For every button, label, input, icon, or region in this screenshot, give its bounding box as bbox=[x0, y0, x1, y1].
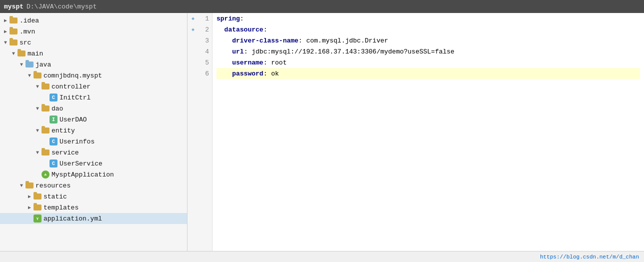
main-content: .idea.mvnsrcmainjavacomnjbdnq.mysptcontr… bbox=[0, 13, 644, 251]
tree-label-main: main bbox=[28, 50, 187, 58]
tree-item-templates[interactable]: templates bbox=[0, 202, 187, 213]
line-num-6: 6 bbox=[188, 68, 212, 79]
tree-label-Userinfos: Userinfos bbox=[60, 138, 187, 146]
tree-item-Userinfos[interactable]: CUserinfos bbox=[0, 136, 187, 147]
tree-item-static[interactable]: static bbox=[0, 191, 187, 202]
folder-icon-resources bbox=[26, 182, 34, 188]
line-num-4: 4 bbox=[188, 46, 212, 57]
tree-item-controller[interactable]: controller bbox=[0, 81, 187, 92]
class-i-icon-UserDAO: I bbox=[50, 116, 58, 124]
tree-item-comnjbdnq[interactable]: comnjbdnq.myspt bbox=[0, 70, 187, 81]
code-content: ◆1◆23456 spring: datasource: driver-clas… bbox=[188, 13, 644, 251]
tree-label-controller: controller bbox=[52, 83, 187, 90]
file-tree[interactable]: .idea.mvnsrcmainjavacomnjbdnq.mysptcontr… bbox=[0, 13, 188, 251]
code-lines: spring: datasource: driver-class-name: c… bbox=[212, 13, 644, 251]
fold-marker-2[interactable]: ◆ bbox=[190, 26, 196, 33]
status-bar: https://blog.csdn.net/m/d_chan bbox=[0, 251, 644, 262]
tree-item-idea[interactable]: .idea bbox=[0, 15, 187, 26]
tree-item-MysptApplication[interactable]: ☘MysptApplication bbox=[0, 169, 187, 180]
line-num-2: ◆2 bbox=[188, 24, 212, 35]
folder-icon-service bbox=[42, 150, 50, 156]
fold-marker-1[interactable]: ◆ bbox=[190, 15, 196, 22]
class-c-icon-Userinfos: C bbox=[50, 138, 58, 146]
project-path: D:\JAVA\code\myspt bbox=[26, 3, 96, 10]
tree-item-resources[interactable]: resources bbox=[0, 180, 187, 191]
folder-icon-comnjbdnq bbox=[34, 72, 42, 78]
tree-label-entity: entity bbox=[52, 127, 187, 134]
tree-arrow-comnjbdnq bbox=[26, 73, 33, 78]
tree-arrow-idea bbox=[2, 18, 9, 24]
class-c-icon-UserService: C bbox=[50, 160, 58, 168]
tree-item-entity[interactable]: entity bbox=[0, 125, 187, 136]
folder-icon-entity bbox=[42, 128, 50, 134]
line-num-3: 3 bbox=[188, 35, 212, 46]
tree-item-main[interactable]: main bbox=[0, 48, 187, 59]
spring-icon-MysptApplication: ☘ bbox=[42, 170, 50, 178]
tree-item-application-yml[interactable]: Yapplication.yml bbox=[0, 213, 187, 224]
tree-label-InitCtrl: InitCtrl bbox=[60, 94, 187, 102]
line-numbers: ◆1◆23456 bbox=[188, 13, 212, 251]
tree-label-templates: templates bbox=[44, 204, 187, 212]
tree-arrow-dao bbox=[34, 106, 41, 112]
code-line-3: driver-class-name: com.mysql.jdbc.Driver bbox=[216, 35, 640, 46]
code-line-2: datasource: bbox=[216, 24, 640, 35]
tree-item-dao[interactable]: dao bbox=[0, 103, 187, 114]
tree-arrow-entity bbox=[34, 128, 41, 134]
tree-arrow-mvn bbox=[2, 28, 9, 34]
tree-item-InitCtrl[interactable]: CInitCtrl bbox=[0, 92, 187, 103]
tree-label-java: java bbox=[36, 61, 187, 68]
folder-icon-controller bbox=[42, 84, 50, 90]
tree-label-idea: .idea bbox=[20, 17, 187, 24]
folder-icon-main bbox=[18, 50, 26, 56]
tree-arrow-src bbox=[2, 40, 9, 46]
code-line-1: spring: bbox=[216, 13, 640, 24]
project-name: myspt bbox=[4, 3, 24, 10]
tree-label-service: service bbox=[52, 149, 187, 156]
tree-label-comnjbdnq: comnjbdnq.myspt bbox=[44, 72, 187, 80]
tree-item-mvn[interactable]: .mvn bbox=[0, 26, 187, 37]
yaml-icon-application-yml: Y bbox=[34, 214, 42, 222]
folder-blue-icon-java bbox=[26, 62, 34, 68]
tree-item-service[interactable]: service bbox=[0, 147, 187, 158]
code-editor: ◆1◆23456 spring: datasource: driver-clas… bbox=[188, 13, 644, 251]
tree-arrow-static bbox=[26, 194, 33, 200]
tree-label-resources: resources bbox=[36, 182, 187, 190]
class-c-icon-InitCtrl: C bbox=[50, 94, 58, 102]
tree-label-dao: dao bbox=[52, 105, 187, 112]
tree-item-java[interactable]: java bbox=[0, 59, 187, 70]
folder-icon-mvn bbox=[10, 28, 18, 34]
tree-arrow-java bbox=[18, 62, 25, 68]
tree-item-UserService[interactable]: CUserService bbox=[0, 158, 187, 169]
tree-item-UserDAO[interactable]: IUserDAO bbox=[0, 114, 187, 125]
tree-arrow-main bbox=[10, 51, 17, 56]
tree-label-application-yml: application.yml bbox=[44, 215, 187, 222]
line-num-5: 5 bbox=[188, 57, 212, 68]
title-bar: myspt D:\JAVA\code\myspt bbox=[0, 0, 644, 13]
folder-icon-templates bbox=[34, 204, 42, 210]
folder-icon-src bbox=[10, 40, 18, 46]
tree-arrow-templates bbox=[26, 204, 33, 210]
tree-label-MysptApplication: MysptApplication bbox=[52, 171, 187, 178]
folder-icon-static bbox=[34, 194, 42, 200]
tree-item-src[interactable]: src bbox=[0, 37, 187, 48]
folder-icon-idea bbox=[10, 18, 18, 24]
tree-arrow-resources bbox=[18, 183, 25, 188]
code-line-6: password: ok bbox=[216, 68, 640, 79]
code-line-5: username: root bbox=[216, 57, 640, 68]
line-num-1: ◆1 bbox=[188, 13, 212, 24]
tree-label-UserDAO: UserDAO bbox=[60, 116, 187, 124]
tree-arrow-service bbox=[34, 150, 41, 156]
tree-label-UserService: UserService bbox=[60, 160, 187, 168]
tree-label-src: src bbox=[20, 39, 187, 46]
status-url: https://blog.csdn.net/m/d_chan bbox=[540, 254, 639, 260]
tree-arrow-controller bbox=[34, 84, 41, 90]
tree-label-static: static bbox=[44, 193, 187, 200]
folder-icon-dao bbox=[42, 106, 50, 112]
tree-label-mvn: .mvn bbox=[20, 28, 187, 36]
code-line-4: url: jdbc:mysql://192.168.37.143:3306/my… bbox=[216, 46, 640, 57]
